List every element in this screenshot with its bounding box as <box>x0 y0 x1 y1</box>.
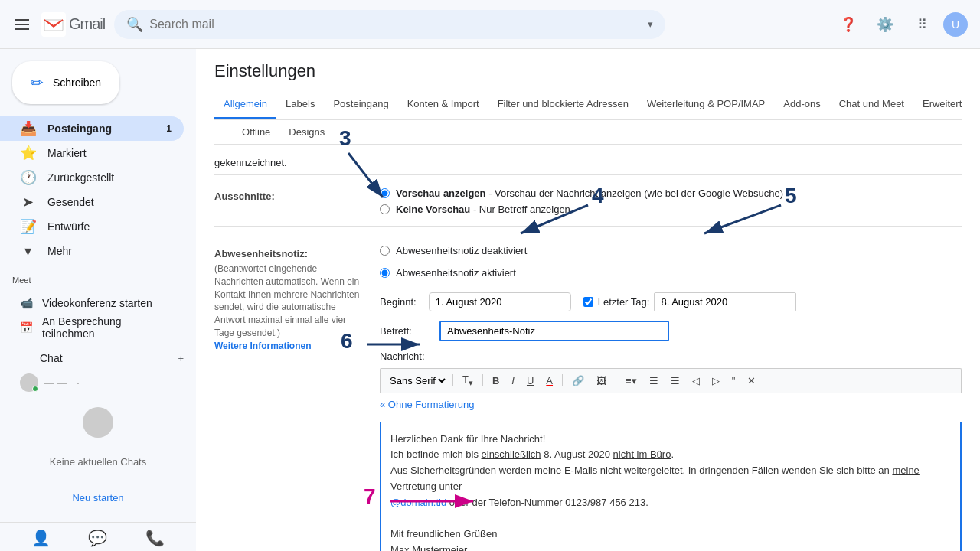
ohne-formatierung-text[interactable]: « Ohne Formatierung <box>380 399 962 410</box>
subtab-offline[interactable]: Offline <box>233 120 279 144</box>
section-abwesenheit: Abwesenheitsnotiz: (Beantwortet eingehen… <box>214 239 962 551</box>
snooze-icon: 🕐 <box>20 169 35 186</box>
letzter-tag-checkbox[interactable] <box>583 297 593 307</box>
indent-more-button[interactable]: ▷ <box>707 373 724 388</box>
topbar-left: Gmail <box>12 12 105 37</box>
subtab-designs[interactable]: Designs <box>279 120 334 144</box>
chat-add-icon[interactable]: + <box>178 353 184 364</box>
radio-abw-aktiviert: Abwesenheitsnotiz aktiviert <box>380 267 962 279</box>
compose-label: Schreiben <box>53 77 101 89</box>
contacts-icon[interactable]: 👤 <box>31 529 51 547</box>
ordered-list-button[interactable]: ☰ <box>666 373 684 388</box>
chat-section-title: Chat <box>20 349 75 367</box>
chat-user-avatar <box>20 373 38 392</box>
beginnt-label: Beginnt: <box>380 296 416 308</box>
beginnt-input[interactable] <box>429 292 571 311</box>
chat-bubble-icon[interactable]: 💬 <box>88 529 107 547</box>
sidebar-item-entwürfe[interactable]: 📝 Entwürfe <box>0 214 184 239</box>
quote-button[interactable]: " <box>727 373 740 388</box>
chat-status-indicator <box>32 386 38 392</box>
search-bar: 🔍 ▾ <box>114 10 665 39</box>
link-button[interactable]: 🔗 <box>567 373 589 388</box>
sidebar-item-zurückgestellt[interactable]: 🕐 Zurückgestellt <box>0 165 184 190</box>
tab-labels[interactable]: Labels <box>276 90 324 119</box>
sidebar-label-entwürfe: Entwürfe <box>47 220 172 233</box>
weitere-info-link[interactable]: Weitere Informationen <box>214 341 311 351</box>
search-input[interactable] <box>149 18 642 31</box>
more-icon: ▾ <box>20 243 35 259</box>
sidebar-bottom: 👤 💬 📞 <box>0 522 196 551</box>
sent-icon: ➤ <box>20 194 35 210</box>
toolbar-divider-1 <box>452 374 453 386</box>
indent-less-button[interactable]: ◁ <box>688 373 704 388</box>
toolbar-divider-2 <box>482 374 483 386</box>
tab-weiterleitung[interactable]: Weiterleitung & POP/IMAP <box>638 90 774 119</box>
email-link[interactable]: @domain.tld <box>390 497 446 508</box>
abwesenheit-label: Abwesenheitsnotiz: (Beantwortet eingehen… <box>214 245 368 351</box>
editor-toolbar: Sans Serif T▾ B I U A 🔗 🖼 ≡▾ <box>380 368 962 393</box>
font-size-button[interactable]: T▾ <box>458 372 478 390</box>
sidebar-item-posteingang[interactable]: 📥 Posteingang 1 <box>0 116 184 141</box>
page-title: Einstellungen <box>214 61 962 81</box>
underline-button[interactable]: U <box>522 373 538 388</box>
image-button[interactable]: 🖼 <box>592 373 611 388</box>
help-icon[interactable]: ❓ <box>833 9 864 40</box>
neu-starten-link[interactable]: Neu starten <box>0 480 196 516</box>
topbar: Gmail 🔍 ▾ ❓ ⚙️ ⠿ U <box>0 0 980 49</box>
tab-posteingang[interactable]: Posteingang <box>324 90 397 119</box>
search-dropdown-icon[interactable]: ▾ <box>648 18 653 30</box>
compose-button[interactable]: ✏ Schreiben <box>12 61 119 104</box>
remove-format-button[interactable]: ✕ <box>743 373 760 388</box>
sidebar-item-gesendet[interactable]: ➤ Gesendet <box>0 190 184 214</box>
chat-section: Chat + — — - <box>0 340 196 395</box>
ausschnitte-controls: Vorschau anzeigen - Vorschau der Nachric… <box>380 187 962 220</box>
message-body[interactable]: Herzlichen Dank für Ihre Nachricht! Ich … <box>380 422 962 551</box>
radio-vorschau-label: Vorschau anzeigen - Vorschau der Nachric… <box>396 187 783 199</box>
tab-filter[interactable]: Filter und blockierte Adressen <box>488 90 638 119</box>
sidebar-item-video[interactable]: 📹 Videokonferenz starten <box>0 291 196 315</box>
radio-deaktiviert-input[interactable] <box>380 246 390 256</box>
apps-icon[interactable]: ⠿ <box>906 9 937 40</box>
video-icon: 📹 <box>20 297 33 309</box>
abwesenheit-controls: Abwesenheitsnotiz deaktiviert Abwesenhei… <box>380 245 962 551</box>
tab-allgemein[interactable]: Allgemein <box>214 90 276 119</box>
align-button[interactable]: ≡▾ <box>621 373 642 388</box>
neu-starten-anchor[interactable]: Neu starten <box>72 492 123 504</box>
msg-line-4 <box>390 511 951 527</box>
main-layout: ✏ Schreiben 📥 Posteingang 1 ⭐ Markiert 🕐… <box>0 49 980 551</box>
sidebar-item-meeting[interactable]: 📅 An Besprechungteilnehmen <box>0 315 196 340</box>
italic-button[interactable]: I <box>507 373 519 388</box>
chat-user-item[interactable]: — — - <box>0 370 196 395</box>
tab-addons[interactable]: Add-ons <box>774 90 829 119</box>
settings-header: Einstellungen Allgemein Labels Posteinga… <box>196 49 980 145</box>
radio-keine-vorschau-input[interactable] <box>380 204 390 214</box>
betreff-label: Betreff: <box>380 325 433 337</box>
gmail-logo: Gmail <box>41 12 105 37</box>
font-family-select[interactable]: Sans Serif <box>387 374 448 387</box>
ohne-formatierung-link[interactable]: « Ohne Formatierung <box>380 399 962 416</box>
betreff-input[interactable] <box>439 321 669 341</box>
sidebar-item-markiert[interactable]: ⭐ Markiert <box>0 141 184 165</box>
phone-icon[interactable]: 📞 <box>145 529 165 547</box>
nachricht-label: Nachricht: <box>380 350 962 362</box>
tab-konten[interactable]: Konten & Import <box>398 90 488 119</box>
settings-icon[interactable]: ⚙️ <box>870 9 900 40</box>
text-color-button[interactable]: A <box>541 373 557 388</box>
no-chats-label: Keine aktuellen Chats <box>0 444 196 480</box>
sidebar-label-mehr: Mehr <box>47 245 172 257</box>
content-area: Einstellungen Allgemein Labels Posteinga… <box>196 49 980 551</box>
menu-icon[interactable] <box>12 13 32 36</box>
sidebar-item-mehr[interactable]: ▾ Mehr <box>0 239 184 263</box>
section-ausschnitte: Ausschnitte: Vorschau anzeigen - Vorscha… <box>214 181 962 227</box>
avatar[interactable]: U <box>943 12 968 37</box>
tab-chat[interactable]: Chat und Meet <box>830 90 913 119</box>
sidebar-label-markiert: Markiert <box>47 147 172 159</box>
radio-aktiviert-input[interactable] <box>380 268 390 278</box>
sidebar-label-gesendet: Gesendet <box>47 196 172 208</box>
unordered-list-button[interactable]: ☰ <box>645 373 663 388</box>
bold-button[interactable]: B <box>488 373 504 388</box>
letzter-tag-input[interactable] <box>654 292 796 311</box>
radio-aktiviert-label: Abwesenheitsnotiz aktiviert <box>396 267 516 279</box>
radio-vorschau-input[interactable] <box>380 188 390 198</box>
tab-erweitert[interactable]: Erweitert <box>913 90 971 119</box>
